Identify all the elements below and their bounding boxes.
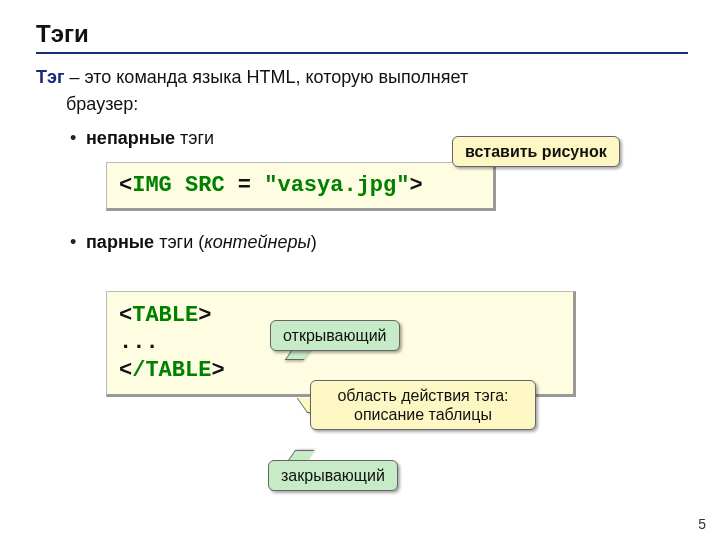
definition-line-2: браузер: xyxy=(36,93,688,116)
code-table-open-gt: > xyxy=(198,303,211,328)
slide: Тэги Тэг – это команда языка HTML, котор… xyxy=(0,0,720,540)
callout-closing: закрывающий xyxy=(268,460,398,491)
callout-insert-image-text: вставить рисунок xyxy=(465,143,607,160)
definition-line-1: Тэг – это команда языка HTML, которую вы… xyxy=(36,66,688,89)
code-table-close-name: /TABLE xyxy=(132,358,211,383)
bullet-paired-mid: тэги ( xyxy=(154,232,204,252)
definition-block: Тэг – это команда языка HTML, которую вы… xyxy=(36,66,688,117)
callout-scope-line1: область действия тэга: xyxy=(323,386,523,405)
callout-scope: область действия тэга: описание таблицы xyxy=(310,380,536,430)
slide-title: Тэги xyxy=(36,20,688,48)
code-lt: < xyxy=(119,173,132,198)
term-tag: Тэг xyxy=(36,67,64,87)
callout-closing-text: закрывающий xyxy=(281,467,385,484)
code-table-close-lt: < xyxy=(119,358,132,383)
code-eq: = xyxy=(225,173,265,198)
code-img-tag: <IMG SRC = "vasya.jpg"> xyxy=(106,162,496,211)
bullet-paired-bold: парные xyxy=(86,232,154,252)
code-table-close-gt: > xyxy=(211,358,224,383)
bullet-paired: парные тэги (контейнеры) xyxy=(36,231,688,254)
bullet-paired-end: ) xyxy=(311,232,317,252)
callout-scope-line2: описание таблицы xyxy=(323,405,523,424)
bullet-unpaired-bold: непарные xyxy=(86,128,175,148)
callout-insert-image: вставить рисунок xyxy=(452,136,620,167)
code-table-open-name: TABLE xyxy=(132,303,198,328)
bullet-paired-italic: контейнеры xyxy=(204,232,311,252)
code-img-value: "vasya.jpg" xyxy=(264,173,409,198)
code-table-open-lt: < xyxy=(119,303,132,328)
title-divider xyxy=(36,52,688,54)
bullet-unpaired-rest: тэги xyxy=(175,128,214,148)
code-gt: > xyxy=(409,173,422,198)
callout-opening-text: открывающий xyxy=(283,327,387,344)
code-img-src: IMG SRC xyxy=(132,173,224,198)
callout-opening: открывающий xyxy=(270,320,400,351)
page-number: 5 xyxy=(698,516,706,532)
definition-text-1: – это команда языка HTML, которую выполн… xyxy=(64,67,468,87)
